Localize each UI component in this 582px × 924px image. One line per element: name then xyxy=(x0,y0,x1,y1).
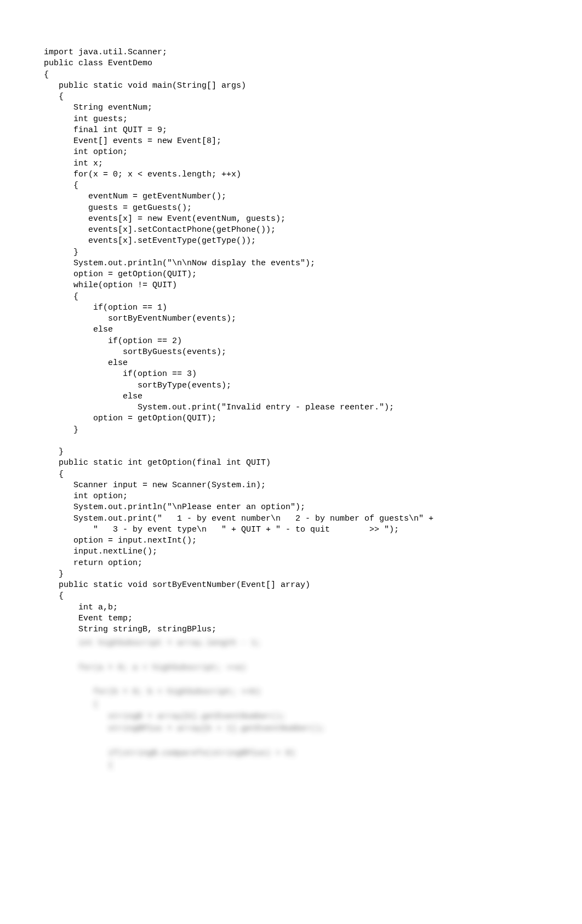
document-page: import java.util.Scanner; public class E… xyxy=(0,0,582,924)
blurred-code-line: int highSubscript = array.length - 1; xyxy=(44,637,538,649)
blurred-code-region: int highSubscript = array.length - 1; fo… xyxy=(44,637,538,772)
blurred-code-line xyxy=(44,650,538,662)
blurred-code-line xyxy=(44,735,538,747)
blurred-code-line: for(a = 0; a < highSubscript; ++a) xyxy=(44,662,538,674)
code-block: import java.util.Scanner; public class E… xyxy=(44,47,538,635)
blurred-code-line: for(b = 0; b < highSubscript; ++b) xyxy=(44,686,538,698)
blurred-code-line: { xyxy=(44,699,538,711)
blurred-code-line: if(stringB.compareTo(stringBPlus) > 0) xyxy=(44,748,538,760)
blurred-code-line xyxy=(44,674,538,686)
blurred-code-line: stringB = array[b].getEventNumber(); xyxy=(44,711,538,723)
blurred-code-line: stringBPlus = array[b + 1].getEventNumbe… xyxy=(44,723,538,735)
blurred-code-line: { xyxy=(44,760,538,772)
